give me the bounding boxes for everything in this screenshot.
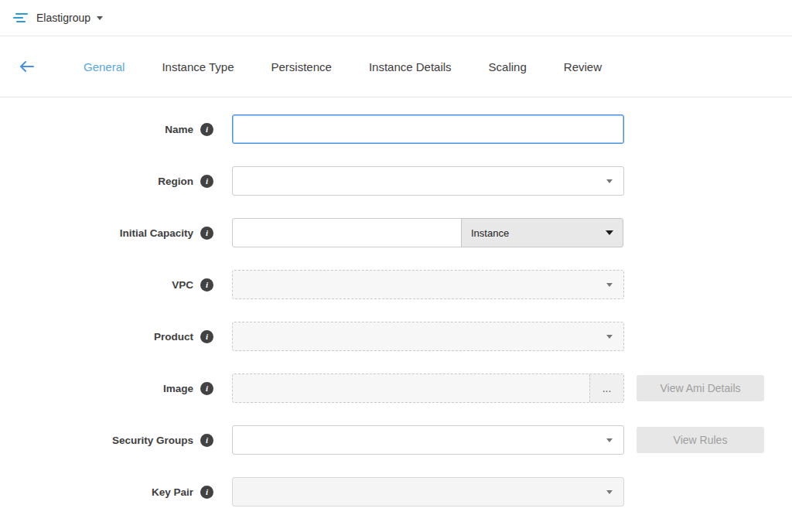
tab-instance-details[interactable]: Instance Details [350,60,470,73]
chevron-down-icon [606,490,613,494]
security-groups-info-icon[interactable]: i [200,434,213,447]
key-pair-info-icon[interactable]: i [200,486,213,499]
wizard-tabs: General Instance Type Persistence Instan… [65,60,620,73]
name-info-icon[interactable]: i [200,123,213,136]
form-row-initial-capacity: Initial Capacity i Instance [0,218,792,247]
elastigroup-logo-icon [12,12,29,24]
form-row-region: Region i [0,166,792,196]
product-info-icon[interactable]: i [200,330,213,343]
app-title[interactable]: Elastigroup [36,12,90,24]
image-info-icon[interactable]: i [200,382,213,395]
security-groups-select[interactable] [232,425,624,455]
initial-capacity-label: Initial Capacity [0,227,193,239]
view-rules-button[interactable]: View Rules [637,427,764,453]
back-arrow-icon[interactable] [17,56,37,77]
key-pair-select[interactable] [232,477,624,506]
initial-capacity-info-icon[interactable]: i [200,227,213,240]
tab-instance-type[interactable]: Instance Type [143,60,252,73]
app-switcher-caret-icon[interactable] [97,16,103,20]
chevron-down-icon [606,335,613,339]
capacity-unit-value: Instance [471,227,509,239]
region-label: Region [0,176,193,187]
vpc-label: VPC [0,279,193,291]
region-info-icon[interactable]: i [200,175,213,188]
form-row-image: Image i ... View Ami Details [0,373,792,403]
form-row-key-pair: Key Pair i [0,477,792,506]
initial-capacity-input[interactable] [232,218,462,247]
image-value [233,374,589,402]
tab-persistence[interactable]: Persistence [253,60,350,73]
general-settings-form: Name i Region i Initial Capacity i Insta… [0,97,792,506]
security-groups-label: Security Groups [0,435,193,446]
view-ami-details-button[interactable]: View Ami Details [637,375,764,401]
name-label: Name [0,124,193,135]
form-row-name: Name i [0,114,792,144]
chevron-down-icon [606,283,613,287]
form-row-product: Product i [0,322,792,351]
chevron-down-icon [606,179,613,183]
wizard-tab-bar: General Instance Type Persistence Instan… [0,36,792,97]
region-select[interactable] [232,166,624,196]
image-browse-button[interactable]: ... [589,374,623,402]
image-label: Image [0,383,193,394]
name-input[interactable] [232,114,624,144]
top-bar: Elastigroup [0,0,792,36]
vpc-info-icon[interactable]: i [200,278,213,292]
tab-review[interactable]: Review [545,60,620,73]
chevron-down-icon [606,230,613,235]
capacity-unit-select[interactable]: Instance [461,218,623,247]
tab-scaling[interactable]: Scaling [470,60,545,73]
chevron-down-icon [606,438,613,442]
form-row-security-groups: Security Groups i View Rules [0,425,792,455]
form-row-vpc: VPC i [0,270,792,299]
image-field: ... [232,373,624,403]
vpc-select [232,270,624,299]
tab-general[interactable]: General [65,60,143,73]
product-label: Product [0,331,193,343]
product-select [232,322,624,351]
key-pair-label: Key Pair [0,486,193,498]
